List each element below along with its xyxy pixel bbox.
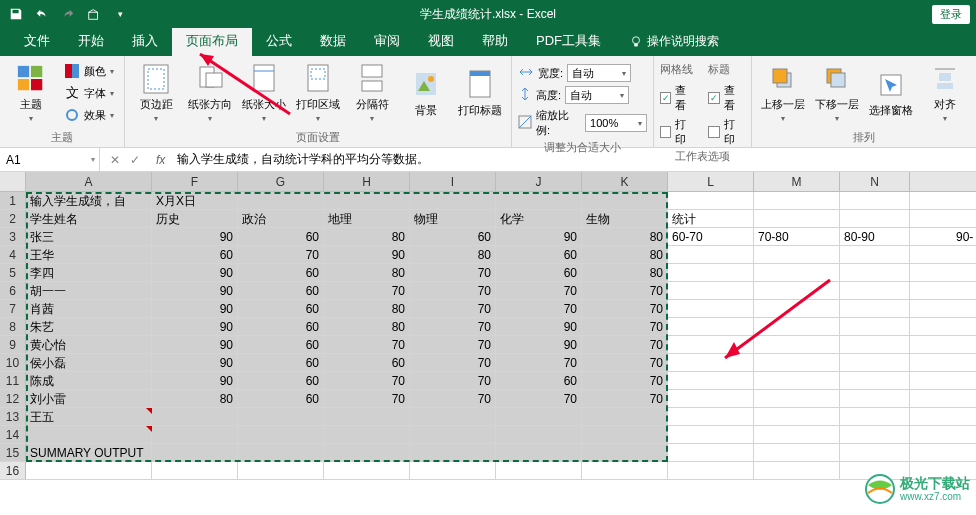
cell[interactable]: 70 [410, 390, 496, 407]
cell[interactable]: 80 [324, 264, 410, 281]
cell[interactable] [324, 408, 410, 425]
cell[interactable]: 70 [324, 372, 410, 389]
cell[interactable]: 80 [582, 246, 668, 263]
cell[interactable] [840, 390, 910, 407]
tell-me-search[interactable]: 操作说明搜索 [615, 27, 733, 56]
gridlines-print-checkbox[interactable] [660, 126, 672, 138]
cell[interactable] [582, 426, 668, 443]
column-header[interactable]: A [26, 172, 152, 191]
qat-dropdown[interactable]: ▾ [108, 2, 132, 26]
cell[interactable] [582, 462, 668, 479]
cell[interactable] [840, 300, 910, 317]
cell[interactable]: 60 [238, 318, 324, 335]
cell[interactable] [410, 444, 496, 461]
cell[interactable] [152, 462, 238, 479]
row-header[interactable]: 11 [0, 372, 26, 389]
cell[interactable]: 80 [324, 300, 410, 317]
spreadsheet-grid[interactable]: AFGHIJKLMN 1输入学生成绩，自X月X日2学生姓名历史政治地理物理化学生… [0, 172, 976, 480]
cell[interactable] [410, 426, 496, 443]
cell[interactable] [410, 192, 496, 209]
cell[interactable]: 60 [496, 264, 582, 281]
row-header[interactable]: 4 [0, 246, 26, 263]
cell[interactable]: 90 [152, 354, 238, 371]
cell[interactable]: 80-90 [840, 228, 910, 245]
cell[interactable] [496, 444, 582, 461]
save-button[interactable] [4, 2, 28, 26]
cell[interactable]: 60-70 [668, 228, 754, 245]
redo-button[interactable] [56, 2, 80, 26]
tab-home[interactable]: 开始 [64, 26, 118, 56]
cell[interactable] [754, 372, 840, 389]
cell[interactable]: 60 [238, 354, 324, 371]
cell[interactable]: 王华 [26, 246, 152, 263]
cell[interactable] [840, 318, 910, 335]
cell[interactable] [840, 336, 910, 353]
cell[interactable] [754, 354, 840, 371]
cell[interactable]: 生物 [582, 210, 668, 227]
width-combo[interactable]: 自动▾ [567, 64, 631, 82]
tab-pdf[interactable]: PDF工具集 [522, 26, 615, 56]
cell[interactable]: 70 [410, 282, 496, 299]
cell[interactable]: 70 [410, 318, 496, 335]
align-button[interactable]: 对齐▾ [920, 60, 970, 126]
cell[interactable]: 60 [496, 372, 582, 389]
cell[interactable]: 80 [410, 246, 496, 263]
cell[interactable] [668, 354, 754, 371]
cell[interactable]: 70 [496, 354, 582, 371]
cell[interactable]: 化学 [496, 210, 582, 227]
column-header[interactable]: L [668, 172, 754, 191]
cell[interactable]: 60 [238, 390, 324, 407]
cell[interactable]: 陈成 [26, 372, 152, 389]
row-header[interactable]: 2 [0, 210, 26, 227]
cell[interactable]: 输入学生成绩，自 [26, 192, 152, 209]
send-backward-button[interactable]: 下移一层▾ [812, 60, 862, 126]
cell[interactable]: 张三 [26, 228, 152, 245]
cell[interactable]: 政治 [238, 210, 324, 227]
cell[interactable] [324, 192, 410, 209]
cell[interactable] [668, 318, 754, 335]
colors-button[interactable]: 颜色▾ [60, 61, 118, 81]
themes-button[interactable]: 主题 ▾ [6, 60, 56, 126]
cell[interactable] [668, 336, 754, 353]
cell[interactable]: 70-80 [754, 228, 840, 245]
row-header[interactable]: 5 [0, 264, 26, 281]
column-header[interactable]: J [496, 172, 582, 191]
headings-view-checkbox[interactable]: ✓ [708, 92, 720, 104]
cell[interactable]: 朱艺 [26, 318, 152, 335]
cell[interactable] [840, 354, 910, 371]
cell[interactable]: 90 [324, 246, 410, 263]
tab-file[interactable]: 文件 [10, 26, 64, 56]
cell[interactable]: 地理 [324, 210, 410, 227]
cell[interactable]: 侯小磊 [26, 354, 152, 371]
cell[interactable] [26, 462, 152, 479]
cell[interactable]: 70 [496, 390, 582, 407]
row-header[interactable]: 12 [0, 390, 26, 407]
cell[interactable]: 80 [582, 228, 668, 245]
row-header[interactable]: 15 [0, 444, 26, 461]
cell[interactable] [496, 462, 582, 479]
cell[interactable]: 70 [582, 336, 668, 353]
cell[interactable] [496, 408, 582, 425]
row-header[interactable]: 6 [0, 282, 26, 299]
tab-page-layout[interactable]: 页面布局 [172, 26, 252, 56]
cell[interactable] [668, 390, 754, 407]
cell[interactable]: 70 [582, 282, 668, 299]
cell[interactable] [26, 426, 152, 443]
cell[interactable]: 90- [956, 228, 973, 246]
fx-icon[interactable]: fx [150, 153, 171, 167]
size-button[interactable]: 纸张大小▾ [239, 60, 289, 126]
cell[interactable]: 王五 [26, 408, 152, 425]
orientation-button[interactable]: 纸张方向▾ [185, 60, 235, 126]
cell[interactable] [324, 426, 410, 443]
cell[interactable]: 70 [410, 372, 496, 389]
cell[interactable]: 60 [238, 336, 324, 353]
cell[interactable]: 80 [324, 318, 410, 335]
cell[interactable] [840, 426, 910, 443]
cell[interactable]: 60 [152, 246, 238, 263]
cell[interactable]: X月X日 [152, 192, 238, 209]
row-header[interactable]: 13 [0, 408, 26, 425]
cell[interactable]: 学生姓名 [26, 210, 152, 227]
cell[interactable]: 70 [410, 264, 496, 281]
tab-review[interactable]: 审阅 [360, 26, 414, 56]
cell[interactable]: 70 [496, 300, 582, 317]
